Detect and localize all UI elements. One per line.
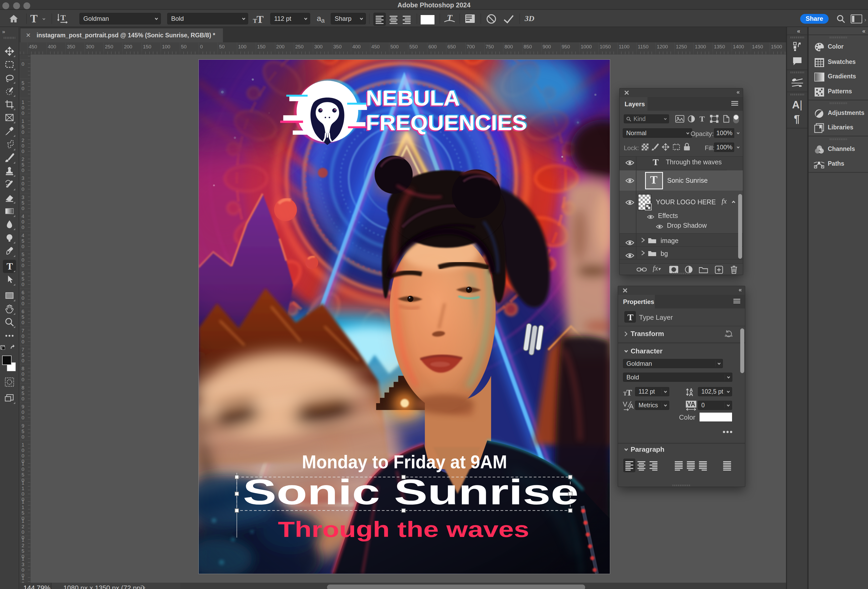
svg-text:T: T bbox=[447, 13, 453, 23]
svg-text:A: A bbox=[689, 391, 693, 397]
svg-text:V: V bbox=[623, 401, 627, 408]
svg-text:T: T bbox=[257, 15, 264, 24]
svg-text:T: T bbox=[626, 389, 632, 397]
svg-text:T: T bbox=[7, 261, 13, 271]
svg-text:A: A bbox=[629, 402, 634, 410]
svg-text:T: T bbox=[61, 13, 66, 22]
